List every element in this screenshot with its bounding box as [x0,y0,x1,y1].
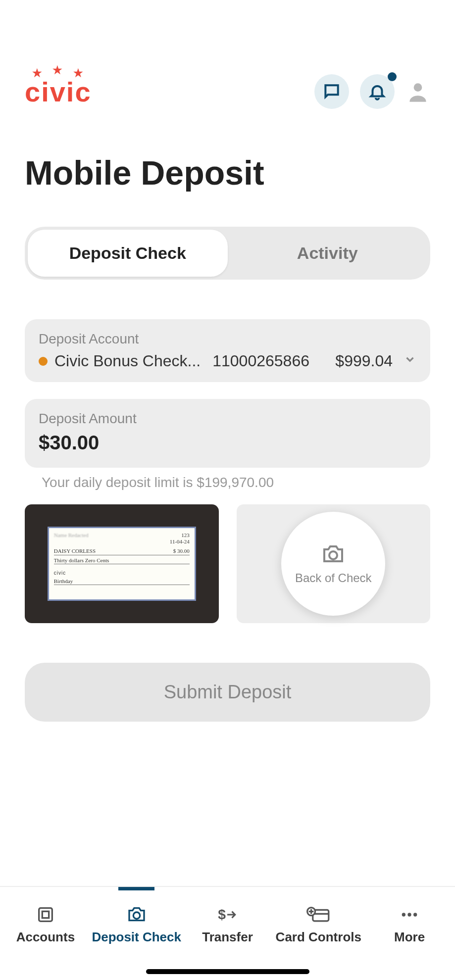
tab-deposit-check[interactable]: Deposit Check [28,230,228,277]
deposit-amount-value: $30.00 [39,432,416,454]
deposit-account-selector[interactable]: Deposit Account Civic Bonus Check... 110… [25,319,430,382]
svg-point-11 [402,913,405,916]
check-front-image[interactable]: Name Redacted123 11-04-24 DAISY CORLESS$… [25,504,219,623]
account-number: 11000265866 [212,352,309,370]
svg-rect-3 [42,911,49,918]
home-indicator-icon [146,969,309,974]
tab-activity[interactable]: Activity [228,230,428,277]
submit-deposit-button[interactable]: Submit Deposit [25,663,430,722]
transfer-icon: $ [216,905,238,925]
svg-point-13 [413,913,417,916]
daily-limit-text: Your daily deposit limit is $199,970.00 [42,475,430,490]
nav-deposit-check[interactable]: Deposit Check [91,893,182,980]
card-controls-icon [306,905,330,925]
accounts-icon [36,905,55,925]
messages-button[interactable] [314,74,349,109]
chat-icon [322,82,341,101]
chevron-down-icon [404,353,416,369]
bottom-nav: Accounts Deposit Check $ Transfer Card C… [0,886,455,980]
nav-transfer[interactable]: $ Transfer [182,893,273,980]
back-of-check-label: Back of Check [295,571,372,585]
svg-point-0 [414,83,422,92]
check-back-capture-button[interactable]: Back of Check [237,504,431,623]
profile-button[interactable] [405,79,430,104]
person-icon [405,79,430,104]
svg-point-4 [133,912,140,919]
app-header: ★★★ civic [0,0,455,124]
account-name: Civic Bonus Check... [54,352,201,370]
bell-icon [368,82,387,101]
tab-bar: Deposit Check Activity [25,227,430,280]
more-icon [400,905,419,925]
logo-stars-icon: ★★★ [25,67,92,80]
nav-card-controls[interactable]: Card Controls [273,893,364,980]
notification-badge-icon [388,72,397,81]
svg-point-12 [407,913,411,916]
svg-text:$: $ [218,906,226,922]
deposit-amount-field[interactable]: Deposit Amount $30.00 [25,399,430,468]
brand-text: civic [25,76,92,107]
deposit-amount-label: Deposit Amount [39,411,416,427]
check-image-row: Name Redacted123 11-04-24 DAISY CORLESS$… [25,504,430,623]
account-color-dot-icon [39,357,48,366]
page-title: Mobile Deposit [0,124,455,207]
camera-icon [127,905,147,925]
svg-point-1 [329,551,337,559]
deposit-account-label: Deposit Account [39,331,416,347]
svg-rect-2 [39,908,52,922]
camera-icon [321,542,345,566]
account-balance: $999.04 [335,352,393,370]
check-paper-icon: Name Redacted123 11-04-24 DAISY CORLESS$… [48,527,196,601]
notifications-button[interactable] [360,74,395,109]
nav-accounts[interactable]: Accounts [0,893,91,980]
header-actions [314,74,430,109]
brand-logo: ★★★ civic [25,76,92,108]
nav-more[interactable]: More [364,893,455,980]
